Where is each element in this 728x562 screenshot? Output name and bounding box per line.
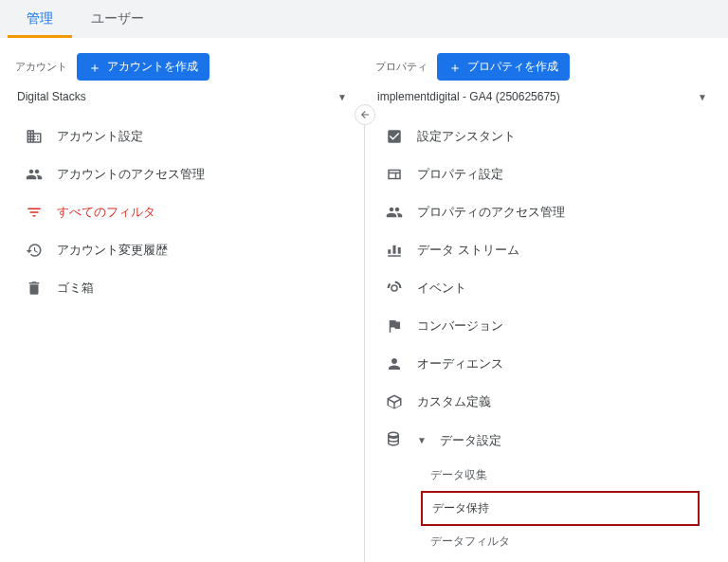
history-icon — [25, 241, 44, 260]
streams-icon — [385, 241, 404, 260]
caret-down-icon: ▼ — [417, 435, 427, 445]
account-column: アカウント ＋ アカウントを作成 Digital Stacks ▼ アカウント設… — [8, 53, 360, 562]
account-selected-name: Digital Stacks — [17, 90, 86, 103]
account-history-label: アカウント変更履歴 — [57, 242, 168, 259]
audiences-label: オーディエンス — [417, 355, 503, 372]
custom-icon — [385, 392, 404, 411]
create-account-button[interactable]: ＋ アカウントを作成 — [77, 53, 209, 81]
property-selected-name: implementdigital - GA4 (250625675) — [377, 90, 560, 103]
audiences[interactable]: オーディエンス — [375, 345, 713, 383]
setup-assistant-label: 設定アシスタント — [417, 128, 516, 145]
people-icon — [25, 165, 44, 184]
arrow-left-icon — [359, 109, 371, 120]
layout-icon — [385, 165, 404, 184]
filter-icon — [25, 203, 44, 222]
back-button[interactable] — [355, 104, 375, 125]
property-settings[interactable]: プロパティ設定 — [375, 155, 713, 193]
create-account-label: アカウントを作成 — [107, 59, 198, 75]
data-filters[interactable]: データフィルタ — [421, 526, 713, 557]
data-collection[interactable]: データ収集 — [421, 460, 713, 491]
data-retention[interactable]: データ保持 — [421, 491, 700, 526]
account-label: アカウント — [15, 60, 67, 74]
create-property-label: プロパティを作成 — [467, 59, 558, 75]
property-access[interactable]: プロパティのアクセス管理 — [375, 193, 713, 231]
plus-icon: ＋ — [88, 61, 101, 74]
audience-icon — [385, 354, 404, 373]
data-settings-label: データ設定 — [440, 432, 501, 449]
events[interactable]: イベント — [375, 269, 713, 307]
custom-definitions-label: カスタム定義 — [417, 393, 491, 410]
property-settings-label: プロパティ設定 — [417, 166, 503, 183]
flag-icon — [385, 317, 404, 335]
data-streams-label: データ ストリーム — [417, 242, 519, 259]
business-icon — [25, 127, 44, 146]
account-access[interactable]: アカウントのアクセス管理 — [15, 155, 353, 193]
dropdown-icon: ▼ — [698, 92, 707, 102]
data-streams[interactable]: データ ストリーム — [375, 231, 713, 269]
trash-icon — [25, 279, 44, 298]
tab-admin[interactable]: 管理 — [8, 0, 72, 38]
conversions[interactable]: コンバージョン — [375, 307, 713, 345]
data-settings[interactable]: ▼ データ設定 — [375, 421, 713, 460]
custom-definitions[interactable]: カスタム定義 — [375, 383, 713, 421]
data-settings-submenu: データ収集 データ保持 データフィルタ チャネル グループ — [421, 460, 713, 562]
property-label: プロパティ — [375, 60, 428, 74]
account-filters[interactable]: すべてのフィルタ — [15, 193, 353, 231]
account-trash-label: ゴミ箱 — [57, 280, 94, 297]
dropdown-icon: ▼ — [337, 92, 347, 102]
people-icon — [385, 203, 404, 222]
setup-assistant[interactable]: 設定アシスタント — [375, 118, 713, 155]
create-property-button[interactable]: ＋ プロパティを作成 — [437, 53, 570, 81]
account-history[interactable]: アカウント変更履歴 — [15, 231, 353, 269]
events-icon — [385, 279, 404, 298]
account-trash[interactable]: ゴミ箱 — [15, 269, 353, 307]
property-selector[interactable]: implementdigital - GA4 (250625675) ▼ — [375, 86, 713, 114]
conversions-label: コンバージョン — [417, 317, 503, 335]
account-settings[interactable]: アカウント設定 — [15, 118, 353, 155]
check-box-icon — [385, 127, 404, 146]
account-access-label: アカウントのアクセス管理 — [57, 166, 205, 183]
events-label: イベント — [417, 280, 466, 297]
account-filters-label: すべてのフィルタ — [57, 204, 155, 221]
top-tabs: 管理 ユーザー — [0, 0, 728, 38]
account-settings-label: アカウント設定 — [57, 128, 143, 145]
property-column: プロパティ ＋ プロパティを作成 implementdigital - GA4 … — [368, 53, 720, 562]
channel-groups[interactable]: チャネル グループ — [421, 557, 713, 562]
property-access-label: プロパティのアクセス管理 — [417, 204, 565, 221]
database-icon — [385, 430, 402, 450]
tab-users[interactable]: ユーザー — [72, 0, 163, 38]
plus-icon: ＋ — [448, 61, 462, 74]
timeline-line — [364, 110, 365, 562]
account-selector[interactable]: Digital Stacks ▼ — [15, 86, 353, 114]
